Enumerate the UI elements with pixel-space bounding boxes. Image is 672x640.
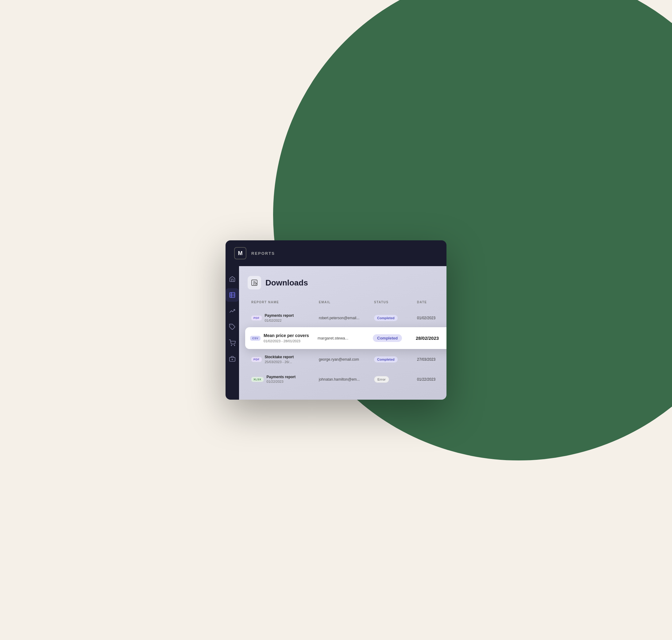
status-badge: Completed [374, 315, 398, 321]
sidebar-item-pricing[interactable] [225, 320, 239, 334]
svg-rect-0 [230, 292, 235, 298]
table-row[interactable]: PDF Stocktake report 25/03/2023 - 26/...… [248, 350, 447, 369]
report-name: Payments report [265, 313, 294, 318]
email-cell: johnatan.hamilton@em... [319, 377, 374, 381]
col-header-status: STATUS [374, 301, 417, 304]
table-row[interactable]: PDF Payments report 01/02/2022 robert.pe… [248, 309, 447, 327]
content-panel: Downloads REPORT NAME EMAIL STATUS DATE … [239, 266, 447, 399]
report-name: Payments report [267, 375, 296, 380]
report-name: Stocktake report [265, 354, 294, 360]
logo-letter: M [238, 250, 243, 257]
report-date-range: 01/22/2023 [267, 379, 296, 384]
date-cell: 01/02/2023 [417, 316, 447, 320]
report-date-range: 25/03/2023 - 26/... [265, 360, 294, 364]
file-badge-xlsx: XLSX [251, 377, 264, 382]
sidebar-item-home[interactable] [225, 272, 239, 286]
status-badge: Completed [373, 334, 402, 342]
sidebar [225, 266, 239, 399]
file-badge-pdf: PDF [251, 316, 262, 320]
sidebar-item-orders[interactable] [225, 336, 239, 350]
date-cell: 27/03/2023 [417, 357, 447, 362]
report-name-cell: XLSX Payments report 01/22/2023 [251, 375, 319, 384]
sidebar-item-analytics[interactable] [225, 304, 239, 318]
report-name-cell: PDF Payments report 01/02/2022 [251, 313, 319, 323]
email-cell: george.ryan@email.com [319, 357, 374, 362]
report-name: Mean price per covers [264, 333, 309, 339]
logo: M [234, 247, 246, 259]
date-cell: 01/22/2023 [417, 377, 447, 381]
report-name-cell: CSV Mean price per covers 01/02/2023 - 2… [250, 333, 318, 344]
file-badge-pdf: PDF [251, 357, 262, 362]
svg-rect-10 [252, 280, 257, 286]
app-wrapper: M REPORTS [225, 241, 447, 399]
table-row-highlighted[interactable]: CSV Mean price per covers 01/02/2023 - 2… [245, 327, 447, 349]
status-cell: Completed [374, 357, 417, 363]
status-cell: Completed [373, 334, 416, 342]
report-date-range: 01/02/2022 [265, 318, 294, 323]
report-date-range: 01/02/2023 - 28/01/2023 [264, 339, 309, 344]
col-header-email: EMAIL [319, 301, 374, 304]
sidebar-item-venues[interactable] [225, 352, 239, 366]
table-header: REPORT NAME EMAIL STATUS DATE [248, 298, 447, 306]
sidebar-item-reports[interactable] [225, 288, 239, 302]
app-body: Downloads REPORT NAME EMAIL STATUS DATE … [225, 266, 447, 399]
app-container: M REPORTS [225, 241, 447, 399]
table-row[interactable]: XLSX Payments report 01/22/2023 johnatan… [248, 370, 447, 389]
col-header-date: DATE [417, 301, 447, 304]
downloads-header: Downloads [248, 276, 447, 289]
email-cell: robert.peterson@email... [319, 316, 374, 320]
status-cell: Completed [374, 315, 417, 321]
header-title: REPORTS [251, 251, 275, 256]
app-header: M REPORTS [225, 241, 447, 266]
svg-point-5 [231, 345, 232, 346]
status-badge: Completed [374, 357, 398, 363]
downloads-title: Downloads [265, 278, 308, 288]
file-badge-csv: CSV [250, 336, 261, 341]
email-cell: margaret.stewa... [318, 336, 373, 340]
downloads-icon [248, 276, 261, 289]
svg-point-6 [234, 345, 235, 346]
report-name-cell: PDF Stocktake report 25/03/2023 - 26/... [251, 354, 319, 364]
status-badge-error: Error [374, 376, 389, 383]
col-header-report-name: REPORT NAME [251, 301, 319, 304]
status-cell: Error [374, 376, 417, 383]
date-cell: 28/02/2023 [416, 335, 447, 341]
